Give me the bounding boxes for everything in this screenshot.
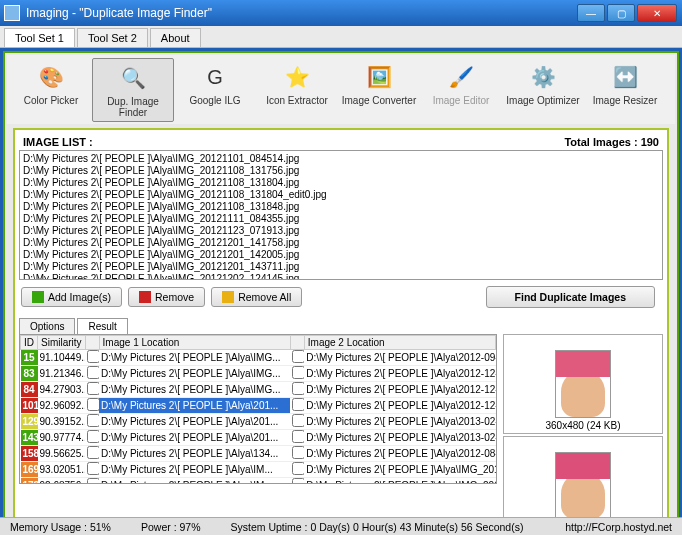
color-picker-icon: 🎨 — [35, 61, 67, 93]
minimize-button[interactable]: — — [577, 4, 605, 22]
col-similarity[interactable]: Similarity — [38, 336, 86, 350]
row-check-2[interactable] — [292, 414, 304, 427]
add-images-button[interactable]: Add Image(s) — [21, 287, 122, 307]
result-row[interactable]: 8494.27903...D:\My Pictures 2\[ PEOPLE ]… — [21, 382, 496, 398]
app-frame: 🎨Color Picker🔍Dup. Image FinderGGoogle I… — [3, 51, 679, 531]
image-editor-icon: 🖌️ — [445, 61, 477, 93]
result-row[interactable]: 12990.39152...D:\My Pictures 2\[ PEOPLE … — [21, 414, 496, 430]
row-check-2[interactable] — [292, 430, 304, 443]
preview-pane: 360x480 (24 KB) 360x480 (22 KB) — [503, 334, 663, 535]
image-list-header: IMAGE LIST : — [23, 136, 93, 148]
image-list-item[interactable]: D:\My Pictures 2\[ PEOPLE ]\Alya\IMG_201… — [23, 201, 659, 213]
status-uptime: System Uptime : 0 Day(s) 0 Hour(s) 43 Mi… — [231, 521, 524, 533]
toolbar: 🎨Color Picker🔍Dup. Image FinderGGoogle I… — [7, 55, 675, 124]
image-list-item[interactable]: D:\My Pictures 2\[ PEOPLE ]\Alya\IMG_201… — [23, 165, 659, 177]
image-total-count: Total Images : 190 — [564, 136, 659, 148]
icon-extractor-icon: ⭐ — [281, 61, 313, 93]
row-check-1[interactable] — [87, 350, 99, 363]
row-check-1[interactable] — [87, 382, 99, 395]
preview-image-1[interactable]: 360x480 (24 KB) — [503, 334, 663, 434]
image-list-item[interactable]: D:\My Pictures 2\[ PEOPLE ]\Alya\IMG_201… — [23, 177, 659, 189]
result-grid[interactable]: ID Similarity Image 1 Location Image 2 L… — [19, 334, 497, 484]
remove-button[interactable]: Remove — [128, 287, 205, 307]
image-optimizer-icon: ⚙️ — [527, 61, 559, 93]
row-check-2[interactable] — [292, 398, 304, 411]
row-check-1[interactable] — [87, 366, 99, 379]
close-button[interactable]: ✕ — [637, 4, 677, 22]
col-image1[interactable]: Image 1 Location — [99, 336, 290, 350]
tool-google-ilg[interactable]: GGoogle ILG — [174, 58, 256, 122]
col-image2[interactable]: Image 2 Location — [304, 336, 495, 350]
remove-all-button[interactable]: Remove All — [211, 287, 302, 307]
image-converter-icon: 🖼️ — [363, 61, 395, 93]
titlebar: Imaging - "Duplicate Image Finder" — ▢ ✕ — [0, 0, 682, 26]
status-memory: Memory Usage : 51% — [10, 521, 111, 533]
row-check-1[interactable] — [87, 446, 99, 459]
tool-color-picker[interactable]: 🎨Color Picker — [10, 58, 92, 122]
result-row[interactable]: 17392.68756...D:\My Pictures 2\[ PEOPLE … — [21, 478, 496, 485]
row-check-1[interactable] — [87, 478, 99, 484]
tool-image-converter[interactable]: 🖼️Image Converter — [338, 58, 420, 122]
row-check-1[interactable] — [87, 398, 99, 411]
image-list-item[interactable]: D:\My Pictures 2\[ PEOPLE ]\Alya\IMG_201… — [23, 237, 659, 249]
find-duplicates-button[interactable]: Find Duplicate Images — [486, 286, 655, 308]
status-power: Power : 97% — [141, 521, 201, 533]
result-row[interactable]: 8391.21346...D:\My Pictures 2\[ PEOPLE ]… — [21, 366, 496, 382]
window-title: Imaging - "Duplicate Image Finder" — [26, 6, 212, 20]
menu-tab-toolset2[interactable]: Tool Set 2 — [77, 28, 148, 47]
result-row[interactable]: 16993.02051...D:\My Pictures 2\[ PEOPLE … — [21, 462, 496, 478]
tool-dup-image-finder[interactable]: 🔍Dup. Image Finder — [92, 58, 174, 122]
image-list-box[interactable]: D:\My Pictures 2\[ PEOPLE ]\Alya\IMG_201… — [19, 150, 663, 280]
tool-image-editor[interactable]: 🖌️Image Editor — [420, 58, 502, 122]
image-list-item[interactable]: D:\My Pictures 2\[ PEOPLE ]\Alya\IMG_201… — [23, 273, 659, 280]
tab-options[interactable]: Options — [19, 318, 75, 334]
row-check-1[interactable] — [87, 462, 99, 475]
image-resizer-icon: ↔️ — [609, 61, 641, 93]
google-ilg-icon: G — [199, 61, 231, 93]
row-check-2[interactable] — [292, 350, 304, 363]
status-url: http://FCorp.hostyd.net — [565, 521, 672, 533]
col-id[interactable]: ID — [21, 336, 38, 350]
result-row[interactable]: 14390.97774...D:\My Pictures 2\[ PEOPLE … — [21, 430, 496, 446]
main-panel: IMAGE LIST : Total Images : 190 D:\My Pi… — [13, 128, 669, 528]
image-list-item[interactable]: D:\My Pictures 2\[ PEOPLE ]\Alya\IMG_201… — [23, 261, 659, 273]
app-icon — [4, 5, 20, 21]
image-list-item[interactable]: D:\My Pictures 2\[ PEOPLE ]\Alya\IMG_201… — [23, 225, 659, 237]
tool-image-optimizer[interactable]: ⚙️Image Optimizer — [502, 58, 584, 122]
image-list-item[interactable]: D:\My Pictures 2\[ PEOPLE ]\Alya\IMG_201… — [23, 213, 659, 225]
tool-icon-extractor[interactable]: ⭐Icon Extractor — [256, 58, 338, 122]
menu-tab-about[interactable]: About — [150, 28, 201, 47]
row-check-2[interactable] — [292, 478, 304, 484]
plus-icon — [32, 291, 44, 303]
row-check-2[interactable] — [292, 462, 304, 475]
result-row[interactable]: 1591.10449...D:\My Pictures 2\[ PEOPLE ]… — [21, 350, 496, 366]
result-row[interactable]: 10192.96092...D:\My Pictures 2\[ PEOPLE … — [21, 398, 496, 414]
dup-image-finder-icon: 🔍 — [117, 62, 149, 94]
row-check-2[interactable] — [292, 446, 304, 459]
menu-bar: Tool Set 1 Tool Set 2 About — [0, 26, 682, 48]
row-check-1[interactable] — [87, 430, 99, 443]
menu-tab-toolset1[interactable]: Tool Set 1 — [4, 28, 75, 47]
row-check-2[interactable] — [292, 366, 304, 379]
row-check-2[interactable] — [292, 382, 304, 395]
tab-result[interactable]: Result — [77, 318, 127, 334]
image-list-item[interactable]: D:\My Pictures 2\[ PEOPLE ]\Alya\IMG_201… — [23, 189, 659, 201]
status-bar: Memory Usage : 51% Power : 97% System Up… — [0, 517, 682, 535]
image-list-item[interactable]: D:\My Pictures 2\[ PEOPLE ]\Alya\IMG_201… — [23, 153, 659, 165]
row-check-1[interactable] — [87, 414, 99, 427]
tool-image-resizer[interactable]: ↔️Image Resizer — [584, 58, 666, 122]
result-row[interactable]: 15899.56625...D:\My Pictures 2\[ PEOPLE … — [21, 446, 496, 462]
image-list-item[interactable]: D:\My Pictures 2\[ PEOPLE ]\Alya\IMG_201… — [23, 249, 659, 261]
maximize-button[interactable]: ▢ — [607, 4, 635, 22]
minus-icon — [139, 291, 151, 303]
preview-1-caption: 360x480 (24 KB) — [545, 420, 620, 431]
remove-all-icon — [222, 291, 234, 303]
